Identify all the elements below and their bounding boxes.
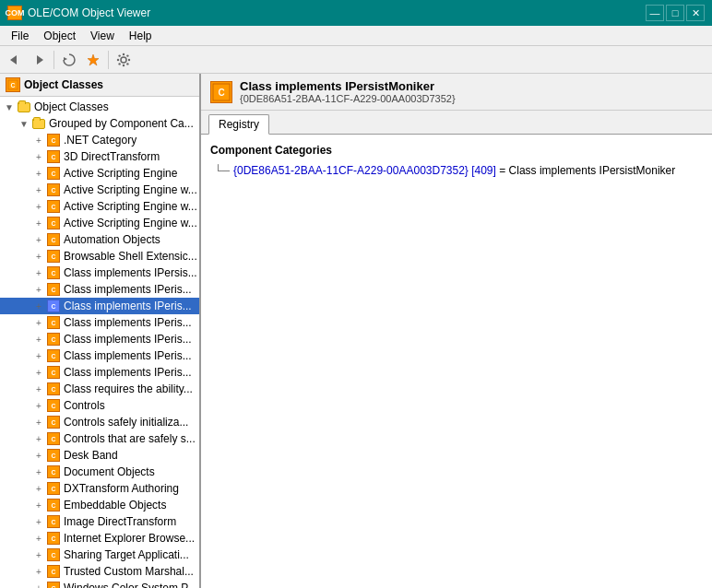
com-icon-dotnet: C	[46, 133, 61, 147]
com-icon-ie: C	[46, 531, 61, 546]
com-icon-desk: C	[46, 448, 61, 463]
expand-ase2-icon[interactable]: +	[31, 182, 46, 197]
desk-label: Desk Band	[64, 449, 118, 462]
com-icon-dxt: C	[46, 481, 61, 496]
toolbar-back-button[interactable]	[4, 49, 26, 71]
menu-help[interactable]: Help	[122, 28, 160, 44]
tree-item-ci7[interactable]: + C Class implements IPeris...	[0, 364, 199, 381]
menu-bar: File Object View Help	[0, 26, 712, 46]
expand-auto-icon[interactable]: +	[31, 232, 46, 247]
info-header: C Class implements IPersistMoniker {0DE8…	[201, 74, 712, 111]
tree-item-ase2[interactable]: + C Active Scripting Engine w...	[0, 182, 199, 198]
expand-ci4-icon[interactable]: +	[31, 315, 46, 330]
expand-grouped-icon[interactable]: ▼	[17, 116, 31, 131]
expand-ci6-icon[interactable]: +	[31, 348, 46, 363]
tree-item-grouped[interactable]: ▼ Grouped by Component Ca...	[0, 115, 199, 132]
content-area: Component Categories └─ {0DE86A51-2BAA-1…	[201, 135, 712, 588]
tree-item-wcs[interactable]: + C Windows Color System P...	[0, 580, 199, 588]
expand-ase3-icon[interactable]: +	[31, 199, 46, 214]
expand-wcs-icon[interactable]: +	[31, 581, 46, 588]
tree-item-ie[interactable]: + C Internet Explorer Browse...	[0, 530, 199, 547]
controls-label: Controls	[64, 399, 105, 412]
tree-item-ci5[interactable]: + C Class implements IPeris...	[0, 331, 199, 347]
close-button[interactable]: ✕	[686, 5, 705, 21]
expand-dxt-icon[interactable]: +	[31, 481, 46, 496]
toolbar-forward-button[interactable]	[28, 49, 50, 71]
tree-root: ▼ Object Classes ▼ Grouped by Component …	[0, 97, 199, 588]
minimize-button[interactable]: —	[646, 5, 664, 21]
expand-icon[interactable]: ▼	[2, 100, 17, 114]
expand-ci3-icon[interactable]: +	[31, 299, 46, 313]
expand-sharing-icon[interactable]: +	[31, 547, 46, 562]
tree-item-dxt[interactable]: + C DXTransform Authoring	[0, 480, 199, 497]
tree-item-img[interactable]: + C Image DirectTransform	[0, 513, 199, 530]
expand-creq-icon[interactable]: +	[31, 382, 46, 396]
expand-ase4-icon[interactable]: +	[31, 216, 46, 230]
expand-csi-icon[interactable]: +	[31, 415, 46, 429]
expand-dotnet-icon[interactable]: +	[31, 133, 46, 147]
expand-csafe-icon[interactable]: +	[31, 431, 46, 446]
tree-item-ci6[interactable]: + C Class implements IPeris...	[0, 347, 199, 364]
expand-controls-icon[interactable]: +	[31, 398, 46, 413]
expand-trusted-icon[interactable]: +	[31, 564, 46, 579]
tree-item-desk[interactable]: + C Desk Band	[0, 447, 199, 464]
com-icon-ci6: C	[46, 348, 61, 363]
tree-item-browse[interactable]: + C Browsable Shell Extensic...	[0, 248, 199, 265]
expand-doc-icon[interactable]: +	[31, 465, 46, 479]
tree-item-embed[interactable]: + C Embeddable Objects	[0, 497, 199, 513]
tree-item-ase1[interactable]: + C Active Scripting Engine	[0, 165, 199, 182]
expand-ci2-icon[interactable]: +	[31, 282, 46, 297]
expand-ie-icon[interactable]: +	[31, 531, 46, 546]
tree-item-3d[interactable]: + C 3D DirectTransform	[0, 148, 199, 165]
tree-label: Object Classes	[34, 100, 109, 113]
tab-registry[interactable]: Registry	[208, 114, 269, 135]
sharing-label: Sharing Target Applicati...	[64, 548, 189, 561]
tree-item-dotnet[interactable]: + C .NET Category	[0, 132, 199, 148]
toolbar-refresh-button[interactable]	[58, 49, 80, 71]
tree-item-ci4[interactable]: + C Class implements IPeris...	[0, 314, 199, 331]
expand-desk-icon[interactable]: +	[31, 448, 46, 463]
window-title: OLE/COM Object Viewer	[28, 6, 150, 19]
tree-item-auto[interactable]: + C Automation Objects	[0, 231, 199, 248]
info-com-icon: C	[210, 81, 232, 103]
tree-item-trusted[interactable]: + C Trusted Custom Marshal...	[0, 563, 199, 580]
tree-item-sharing[interactable]: + C Sharing Target Applicati...	[0, 547, 199, 563]
menu-file[interactable]: File	[4, 28, 36, 44]
ci5-label: Class implements IPeris...	[64, 333, 192, 346]
svg-point-5	[123, 53, 125, 54]
expand-embed-icon[interactable]: +	[31, 498, 46, 512]
toolbar-separator-2	[108, 51, 109, 69]
ci1-label: Class implements IPersis...	[64, 266, 197, 279]
info-title: Class implements IPersistMoniker	[240, 79, 456, 93]
com-icon-trusted: C	[46, 564, 61, 579]
wcs-label: Windows Color System P...	[64, 582, 196, 588]
menu-object[interactable]: Object	[36, 28, 83, 44]
expand-ase1-icon[interactable]: +	[31, 166, 46, 181]
tree-item-ase4[interactable]: + C Active Scripting Engine w...	[0, 215, 199, 231]
tree-item-ci1[interactable]: + C Class implements IPersis...	[0, 265, 199, 281]
expand-img-icon[interactable]: +	[31, 514, 46, 529]
tree-item-ase3[interactable]: + C Active Scripting Engine w...	[0, 198, 199, 215]
maximize-button[interactable]: □	[666, 5, 684, 21]
expand-ci5-icon[interactable]: +	[31, 332, 46, 347]
tree-item-csi[interactable]: + C Controls safely initializa...	[0, 414, 199, 430]
com-icon-ase2: C	[46, 182, 61, 197]
tree-item-controls[interactable]: + C Controls	[0, 397, 199, 414]
ci7-label: Class implements IPeris...	[64, 366, 192, 379]
tree-item-ci3[interactable]: + C Class implements IPeris...	[0, 298, 199, 314]
tree-item-creq[interactable]: + C Class requires the ability...	[0, 381, 199, 397]
menu-view[interactable]: View	[83, 28, 122, 44]
expand-ci1-icon[interactable]: +	[31, 265, 46, 280]
tree-item-root[interactable]: ▼ Object Classes	[0, 99, 199, 115]
toolbar-settings-button[interactable]	[113, 49, 135, 71]
expand-ci7-icon[interactable]: +	[31, 365, 46, 380]
tree-item-ci2[interactable]: + C Class implements IPeris...	[0, 281, 199, 298]
toolbar-star-button[interactable]	[82, 49, 104, 71]
tree-header-icon: C	[6, 77, 20, 92]
folder-grouped-icon	[31, 116, 46, 131]
expand-3d-icon[interactable]: +	[31, 149, 46, 164]
expand-browse-icon[interactable]: +	[31, 249, 46, 264]
registry-row: └─ {0DE86A51-2BAA-11CF-A229-00AA003D7352…	[210, 162, 703, 179]
tree-item-csafe[interactable]: + C Controls that are safely s...	[0, 430, 199, 447]
tree-item-doc[interactable]: + C Document Objects	[0, 464, 199, 480]
